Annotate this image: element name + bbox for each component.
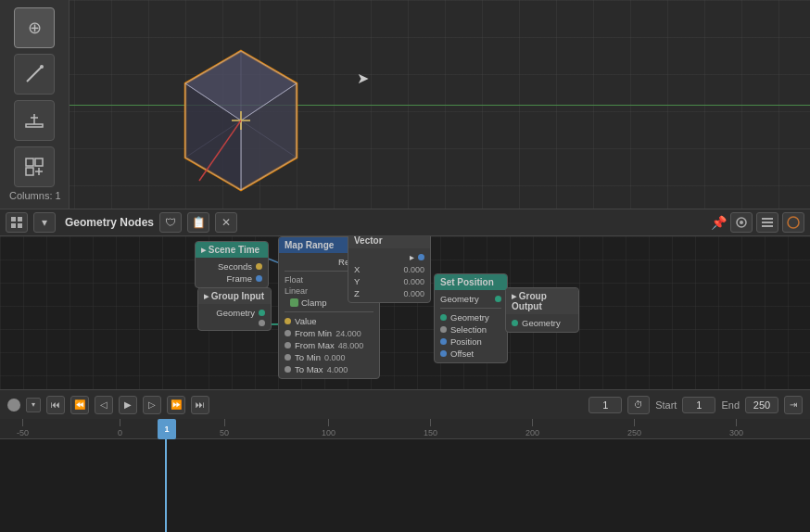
node-editor-header: ▾ Geometry Nodes 🛡 📋 ✕ 📌 bbox=[0, 209, 810, 236]
sp-geometry-label: Geometry bbox=[450, 312, 489, 323]
tool-cursor[interactable]: ⊕ bbox=[14, 7, 55, 48]
timeline-header: ▾ ⏮ ⏪ ◁ ▶ ▷ ⏩ ⏭ ⏱ Start End ⇥ bbox=[0, 389, 810, 419]
from-max-val: 48.000 bbox=[338, 341, 364, 350]
value-input: Value bbox=[285, 316, 373, 326]
svg-rect-28 bbox=[762, 225, 773, 227]
step-forward-button[interactable]: ⏩ bbox=[167, 396, 185, 414]
jump-end-button[interactable]: ⏭ bbox=[191, 396, 209, 414]
from-max-label: From Max bbox=[295, 340, 335, 350]
next-frame-button[interactable]: ▷ bbox=[143, 396, 161, 414]
3d-viewport[interactable]: ⊕ ➤ Columns: bbox=[0, 0, 810, 209]
mouse-cursor: ➤ bbox=[357, 70, 369, 87]
set-position-body: Geometry Geometry Selection Position Off… bbox=[435, 290, 507, 362]
frame-label: Frame bbox=[227, 273, 252, 284]
vector-header: Vector bbox=[348, 236, 430, 248]
node-type-selector[interactable] bbox=[6, 212, 28, 233]
set-position-node[interactable]: Set Position Geometry Geometry Selection… bbox=[434, 273, 508, 363]
pin-icon[interactable]: 📌 bbox=[711, 215, 727, 230]
node-editor-title: Geometry Nodes bbox=[65, 216, 154, 229]
node-canvas[interactable]: ▸ Scene Time Seconds Frame Map Range Res… bbox=[0, 236, 810, 389]
svg-rect-20 bbox=[11, 217, 16, 222]
node-editor-dropdown[interactable]: ▾ bbox=[33, 212, 56, 233]
svg-point-1 bbox=[40, 65, 44, 69]
ruler-mark-neg50: -50 bbox=[17, 419, 29, 437]
go-geometry-label: Geometry bbox=[522, 318, 561, 328]
view-options[interactable] bbox=[730, 212, 753, 233]
gi-geometry-label: Geometry bbox=[216, 308, 255, 318]
start-frame-input[interactable] bbox=[682, 397, 715, 413]
editor-icon[interactable] bbox=[782, 212, 804, 233]
go-geometry-input: Geometry bbox=[512, 318, 573, 328]
set-position-title: Set Position bbox=[440, 277, 494, 287]
tool-measure[interactable] bbox=[14, 100, 55, 141]
svg-rect-26 bbox=[762, 218, 773, 220]
group-input-node[interactable]: ▸ Group Input Geometry bbox=[197, 287, 272, 331]
play-button[interactable]: ▶ bbox=[119, 396, 137, 414]
y-row: Y 0.000 bbox=[354, 276, 424, 286]
close-icon[interactable]: ✕ bbox=[215, 212, 237, 233]
3d-object bbox=[171, 46, 310, 195]
overlay-options[interactable] bbox=[756, 212, 778, 233]
scene-time-node[interactable]: ▸ Scene Time Seconds Frame bbox=[195, 241, 269, 288]
ruler-mark-100: 100 bbox=[322, 419, 335, 437]
left-toolbar: ⊕ bbox=[0, 0, 70, 209]
playhead-line bbox=[165, 439, 167, 532]
tool-add[interactable] bbox=[14, 146, 55, 187]
record-button[interactable] bbox=[7, 399, 20, 412]
shield-icon[interactable]: 🛡 bbox=[159, 212, 182, 233]
scene-time-header: ▸ Scene Time bbox=[196, 242, 268, 258]
step-back-button[interactable]: ⏪ bbox=[70, 396, 89, 414]
group-output-title: ▸ Group Output bbox=[512, 291, 573, 311]
to-min-val: 0.000 bbox=[324, 353, 346, 362]
seconds-label: Seconds bbox=[218, 261, 252, 272]
tool-draw[interactable] bbox=[14, 54, 55, 95]
svg-line-0 bbox=[27, 67, 42, 82]
sp-offset-label: Offset bbox=[450, 348, 474, 359]
from-max-row: From Max 48.000 bbox=[285, 340, 373, 350]
prev-frame-button[interactable]: ◁ bbox=[95, 396, 113, 414]
ruler-inner: -50 0 50 100 150 200 250 300 1 bbox=[0, 419, 810, 438]
horizontal-axis bbox=[0, 105, 810, 106]
gi-geometry-output: Geometry bbox=[204, 308, 265, 318]
record-dropdown[interactable]: ▾ bbox=[26, 398, 41, 412]
playhead-frame-box: 1 bbox=[158, 419, 176, 439]
x-label: X bbox=[354, 264, 360, 274]
svg-point-25 bbox=[740, 221, 743, 224]
x-row: X 0.000 bbox=[354, 264, 424, 274]
vector-node[interactable]: Vector ▸ X 0.000 Y 0.000 Z 0.000 bbox=[348, 236, 431, 303]
sp-selection-input: Selection bbox=[440, 324, 501, 335]
timeline-body[interactable] bbox=[0, 439, 810, 532]
sp-position-input: Position bbox=[440, 336, 501, 347]
header-right-controls: 📌 bbox=[711, 212, 804, 233]
to-max-label: To Max bbox=[295, 364, 323, 374]
frame-output: Frame bbox=[201, 273, 262, 284]
ruler-mark-300: 300 bbox=[729, 419, 743, 437]
vector-output: ▸ bbox=[354, 252, 424, 262]
z-val: 0.000 bbox=[403, 289, 424, 298]
to-max-row: To Max 4.000 bbox=[285, 364, 373, 374]
to-min-label: To Min bbox=[295, 352, 321, 362]
z-row: Z 0.000 bbox=[354, 288, 424, 298]
seconds-output: Seconds bbox=[201, 261, 262, 272]
ruler-mark-150: 150 bbox=[424, 419, 437, 437]
value-label: Value bbox=[295, 316, 317, 326]
ruler-mark-250: 250 bbox=[627, 419, 641, 437]
svg-rect-22 bbox=[11, 223, 16, 228]
z-label: Z bbox=[354, 288, 360, 298]
group-output-node[interactable]: ▸ Group Output Geometry bbox=[505, 287, 579, 333]
svg-rect-27 bbox=[762, 222, 773, 223]
current-frame-input[interactable] bbox=[589, 397, 622, 413]
jump-start-button[interactable]: ⏮ bbox=[46, 396, 65, 414]
keyframe-button[interactable]: ⏱ bbox=[627, 396, 650, 414]
ruler-mark-200: 200 bbox=[525, 419, 539, 437]
svg-rect-7 bbox=[26, 168, 33, 175]
group-input-header: ▸ Group Input bbox=[198, 288, 271, 304]
timeline-options[interactable]: ⇥ bbox=[784, 396, 803, 414]
timeline-ruler[interactable]: -50 0 50 100 150 200 250 300 1 bbox=[0, 419, 810, 439]
clipboard-icon[interactable]: 📋 bbox=[187, 212, 209, 233]
clamp-checkbox[interactable] bbox=[290, 298, 298, 307]
group-output-body: Geometry bbox=[506, 314, 578, 332]
sp-position-label: Position bbox=[450, 336, 482, 347]
end-frame-input[interactable] bbox=[745, 397, 778, 413]
sp-geometry-output: Geometry bbox=[440, 294, 501, 304]
